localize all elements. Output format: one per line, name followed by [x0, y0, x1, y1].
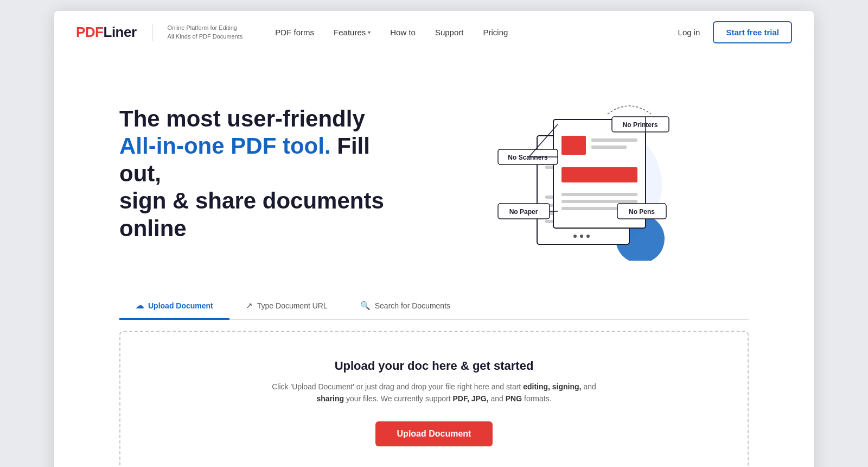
svg-text:No Pens: No Pens — [629, 208, 655, 216]
hero-text: The most user-friendly All-in-one PDF to… — [119, 105, 401, 242]
url-icon: ↗ — [246, 301, 253, 311]
logo-divider — [152, 24, 152, 41]
nav-features[interactable]: Features ▾ — [334, 28, 371, 37]
nav-support[interactable]: Support — [435, 28, 464, 37]
upload-drop-area[interactable]: Upload your doc here & get started Click… — [119, 331, 749, 467]
upload-document-button[interactable]: Upload Document — [375, 421, 493, 446]
hero-section: The most user-friendly All-in-one PDF to… — [54, 54, 814, 282]
tab-upload[interactable]: ☁ Upload Document — [119, 293, 229, 320]
search-icon: 🔍 — [360, 301, 371, 311]
svg-rect-20 — [561, 200, 637, 203]
svg-rect-21 — [561, 207, 627, 210]
upload-title: Upload your doc here & get started — [142, 359, 726, 373]
tab-url[interactable]: ↗ Type Document URL — [229, 293, 344, 320]
hero-illustration: No Printers No Scanners No Paper No Pens — [401, 87, 770, 261]
svg-rect-17 — [591, 146, 627, 149]
chevron-down-icon: ▾ — [368, 29, 371, 35]
svg-rect-15 — [561, 136, 586, 155]
svg-text:No Scanners: No Scanners — [508, 154, 548, 161]
nav-pdf-forms[interactable]: PDF forms — [275, 28, 314, 37]
nav-links: PDF forms Features ▾ How to Support Pric… — [275, 28, 678, 37]
login-link[interactable]: Log in — [678, 28, 700, 37]
tabs-container: ☁ Upload Document ↗ Type Document URL 🔍 … — [119, 293, 749, 320]
svg-point-11 — [573, 235, 577, 238]
start-trial-button[interactable]: Start free trial — [713, 21, 792, 43]
logo[interactable]: PDFLiner — [76, 24, 137, 41]
navigation: PDFLiner Online Platform for Editing All… — [54, 11, 814, 54]
upload-icon: ☁ — [136, 301, 144, 311]
svg-text:No Printers: No Printers — [623, 121, 658, 129]
nav-how-to[interactable]: How to — [390, 28, 416, 37]
svg-rect-18 — [561, 167, 637, 182]
svg-point-13 — [586, 235, 590, 238]
logo-section: PDFLiner Online Platform for Editing All… — [76, 24, 242, 41]
hero-title: The most user-friendly All-in-one PDF to… — [119, 105, 401, 242]
logo-liner: Liner — [104, 24, 137, 41]
logo-pdf: PDF — [76, 24, 104, 41]
tab-search[interactable]: 🔍 Search for Documents — [344, 293, 467, 320]
nav-pricing[interactable]: Pricing — [483, 28, 508, 37]
tabs-section: ☁ Upload Document ↗ Type Document URL 🔍 … — [54, 282, 814, 320]
upload-section: Upload your doc here & get started Click… — [54, 320, 814, 467]
nav-actions: Log in Start free trial — [678, 21, 792, 43]
svg-rect-19 — [561, 193, 637, 196]
browser-window: PDFLiner Online Platform for Editing All… — [54, 11, 814, 467]
svg-point-12 — [580, 235, 583, 238]
svg-text:No Paper: No Paper — [509, 208, 538, 216]
svg-rect-16 — [591, 138, 637, 142]
logo-tagline: Online Platform for Editing All Kinds of… — [168, 24, 243, 41]
pdf-illustration: No Printers No Scanners No Paper No Pens — [483, 87, 689, 261]
upload-description: Click 'Upload Document' or just drag and… — [271, 381, 597, 405]
